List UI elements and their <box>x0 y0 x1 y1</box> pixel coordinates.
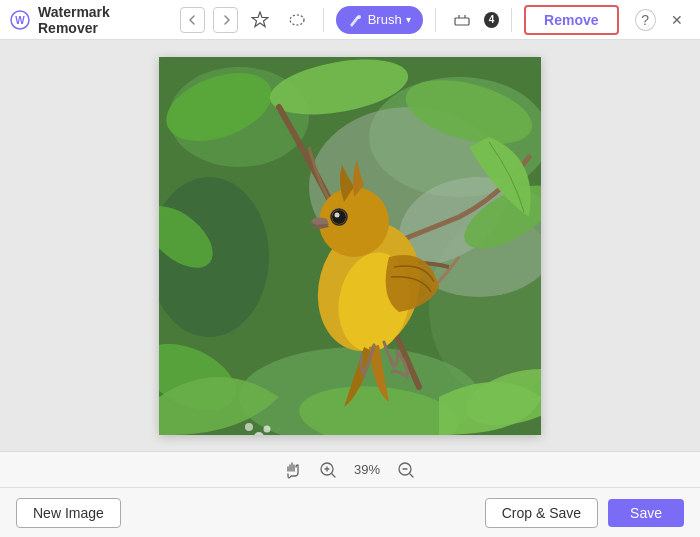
svg-text:W: W <box>15 15 25 26</box>
zoom-out-icon <box>397 461 415 479</box>
footer: New Image Crop & Save Save <box>0 487 700 537</box>
eraser-tool-button[interactable] <box>448 6 476 34</box>
svg-point-29 <box>264 425 271 432</box>
zoom-level: 39% <box>349 462 385 477</box>
close-button[interactable]: ✕ <box>664 6 691 34</box>
bird-image <box>159 57 541 435</box>
svg-point-3 <box>357 15 361 19</box>
image-container[interactable] <box>159 57 541 435</box>
star-tool-button[interactable] <box>246 6 274 34</box>
divider-1 <box>323 8 324 32</box>
brush-icon <box>348 13 362 27</box>
new-image-button[interactable]: New Image <box>16 498 121 528</box>
svg-point-22 <box>319 187 389 257</box>
svg-point-28 <box>245 423 253 431</box>
badge-count: 4 <box>484 12 499 28</box>
forward-icon <box>220 14 232 26</box>
forward-button[interactable] <box>213 7 238 33</box>
zoom-in-icon <box>319 461 337 479</box>
brush-label: Brush <box>368 12 402 27</box>
zoom-in-button[interactable] <box>315 457 341 483</box>
hand-icon <box>285 461 303 479</box>
svg-point-2 <box>290 15 304 25</box>
star-icon <box>251 11 269 29</box>
svg-point-24 <box>332 210 346 224</box>
brush-tool-button[interactable]: Brush ▾ <box>336 6 423 34</box>
lasso-icon <box>288 11 306 29</box>
divider-2 <box>435 8 436 32</box>
brush-dropdown-icon: ▾ <box>406 14 411 25</box>
crop-save-button[interactable]: Crop & Save <box>485 498 598 528</box>
eraser-icon <box>453 11 471 29</box>
zoom-toolbar: 39% <box>0 451 700 487</box>
hand-tool-button[interactable] <box>281 457 307 483</box>
divider-3 <box>511 8 512 32</box>
titlebar: W Watermark Remover Brush ▾ <box>0 0 700 40</box>
back-icon <box>187 14 199 26</box>
svg-point-25 <box>335 212 340 217</box>
remove-button[interactable]: Remove <box>524 5 618 35</box>
app-logo-icon: W <box>10 10 30 30</box>
zoom-out-button[interactable] <box>393 457 419 483</box>
svg-rect-4 <box>455 18 469 25</box>
lasso-tool-button[interactable] <box>282 6 310 34</box>
canvas-area <box>0 40 700 451</box>
app-title: Watermark Remover <box>38 4 166 36</box>
save-button[interactable]: Save <box>608 499 684 527</box>
help-button[interactable]: ? <box>635 9 656 31</box>
back-button[interactable] <box>180 7 205 33</box>
